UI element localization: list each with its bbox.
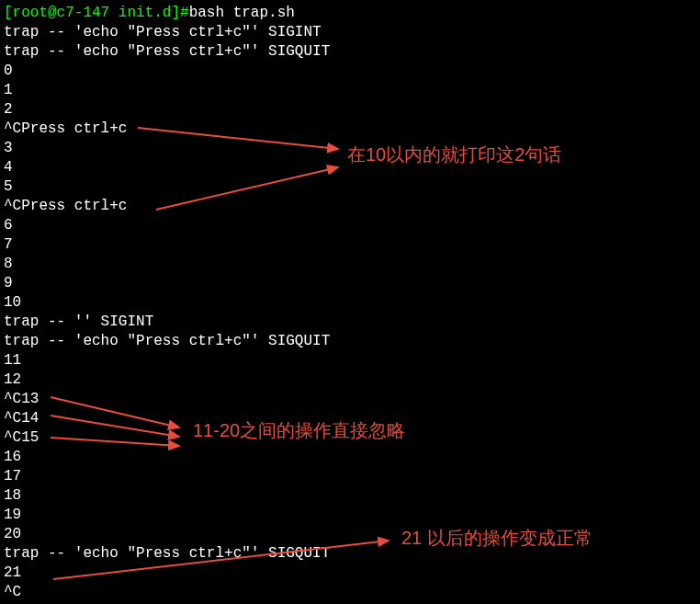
output-line: trap -- 'echo "Press ctrl+c"' SIGINT [4, 23, 696, 42]
output-line: 7 [4, 235, 696, 255]
prompt-user-host: [root@c7-147 init.d]# [4, 5, 189, 21]
output-line: ^C [4, 583, 696, 602]
output-line: trap -- 'echo "Press ctrl+c"' SIGQUIT [4, 42, 696, 62]
output-line: 19 [4, 506, 696, 525]
output-line: 17 [4, 467, 696, 486]
output-line: ^CPress ctrl+c [4, 197, 696, 216]
output-line: 11 [4, 351, 696, 370]
output-line: 18 [4, 486, 696, 506]
output-line: 1 [4, 81, 696, 100]
output-line: trap -- '' SIGINT [4, 313, 696, 332]
output-line: 0 [4, 62, 696, 81]
output-line: 12 [4, 370, 696, 390]
output-line: ^CPress ctrl+c [4, 120, 696, 139]
output-line: 2 [4, 100, 696, 120]
output-line: trap -- 'echo "Press ctrl+c"' SIGQUIT [4, 544, 696, 564]
prompt-line: [root@c7-147 init.d]#bash trap.sh [4, 4, 696, 23]
output-line: 6 [4, 216, 696, 235]
output-line: 8 [4, 255, 696, 274]
annotation-note-1: 在10以内的就打印这2句话 [347, 145, 561, 165]
annotation-note-3: 21 以后的操作变成正常 [401, 529, 593, 548]
output-line: 5 [4, 177, 696, 197]
output-line: trap -- 'echo "Press ctrl+c"' SIGQUIT [4, 332, 696, 351]
output-line: 9 [4, 274, 696, 293]
annotation-note-2: 11-20之间的操作直接忽略 [193, 421, 405, 440]
prompt-command: bash trap.sh [189, 5, 295, 21]
terminal-output: [root@c7-147 init.d]#bash trap.sh trap -… [0, 0, 700, 604]
output-line: 21 [4, 564, 696, 583]
output-line: ^C13 [4, 390, 696, 409]
output-line: 20 [4, 525, 696, 544]
output-line: 16 [4, 448, 696, 467]
output-line: 10 [4, 293, 696, 313]
